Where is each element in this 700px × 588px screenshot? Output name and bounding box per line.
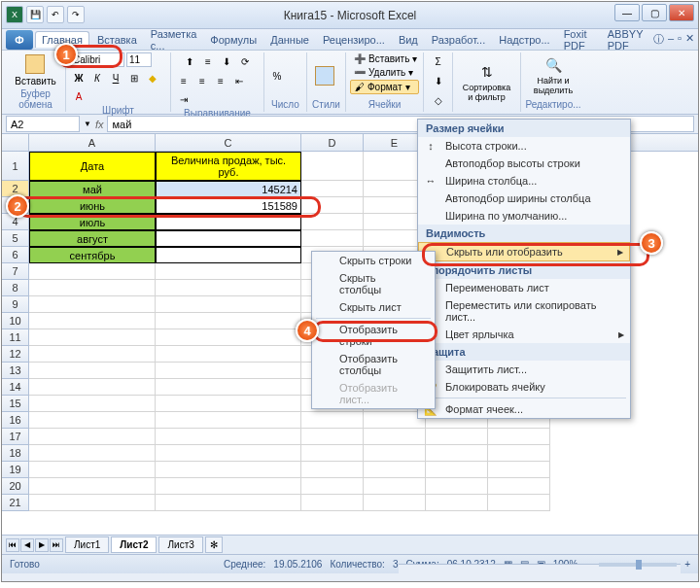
row-header-1[interactable]: 1 bbox=[2, 152, 29, 181]
cell[interactable] bbox=[29, 329, 156, 346]
align-middle-button[interactable]: ≡ bbox=[199, 52, 217, 70]
find-select-button[interactable]: 🔍Найти и выделить bbox=[525, 53, 581, 98]
cell[interactable] bbox=[426, 429, 488, 445]
cell[interactable] bbox=[301, 429, 364, 445]
cell[interactable] bbox=[156, 346, 301, 363]
cell-a1[interactable]: Дата bbox=[29, 152, 156, 181]
sheet-nav-prev[interactable]: ◀ bbox=[20, 538, 34, 552]
tab-layout[interactable]: Разметка с... bbox=[145, 26, 203, 53]
tab-insert[interactable]: Вставка bbox=[91, 32, 143, 48]
row-header[interactable]: 21 bbox=[2, 495, 29, 511]
autosum-button[interactable]: Σ bbox=[430, 52, 447, 70]
row-header[interactable]: 8 bbox=[2, 280, 29, 296]
submenu-show-cols[interactable]: Отобразить столбцы bbox=[312, 350, 435, 379]
cell[interactable] bbox=[301, 181, 364, 197]
tab-formulas[interactable]: Формулы bbox=[204, 32, 262, 48]
border-button[interactable]: ⊞ bbox=[125, 69, 143, 86]
cell-c5[interactable] bbox=[156, 230, 301, 247]
cell[interactable] bbox=[426, 445, 488, 462]
sheet-tab-3[interactable]: Лист3 bbox=[158, 536, 202, 553]
cell[interactable] bbox=[156, 363, 301, 379]
row-header[interactable]: 15 bbox=[2, 396, 29, 412]
font-size-select[interactable]: 11 bbox=[126, 52, 152, 67]
save-icon[interactable]: 💾 bbox=[26, 6, 44, 23]
cell[interactable] bbox=[29, 429, 156, 445]
cell[interactable] bbox=[364, 429, 426, 445]
submenu-hide-rows[interactable]: Скрыть строки bbox=[312, 252, 435, 269]
cell[interactable] bbox=[29, 478, 156, 495]
cell-c4[interactable] bbox=[156, 214, 301, 230]
clear-button[interactable]: ◇ bbox=[430, 91, 447, 109]
tab-foxit[interactable]: Foxit PDF bbox=[558, 26, 600, 53]
file-tab[interactable]: Ф bbox=[6, 30, 33, 50]
cell[interactable] bbox=[156, 462, 301, 478]
select-all-corner[interactable] bbox=[2, 134, 29, 151]
row-header[interactable]: 12 bbox=[2, 346, 29, 363]
cell[interactable] bbox=[426, 462, 488, 478]
menu-format-cells[interactable]: 📐Формат ячеек... bbox=[418, 400, 630, 418]
cell-c6[interactable] bbox=[156, 247, 301, 263]
cell[interactable] bbox=[29, 313, 156, 329]
align-left-button[interactable]: ≡ bbox=[175, 72, 192, 89]
row-header[interactable]: 17 bbox=[2, 429, 29, 445]
cell[interactable] bbox=[156, 396, 301, 412]
cell[interactable] bbox=[156, 280, 301, 296]
cell-c1[interactable]: Величина продаж, тыс. руб. bbox=[156, 152, 301, 181]
font-color-button[interactable]: A bbox=[70, 87, 88, 105]
redo-icon[interactable]: ↷ bbox=[67, 6, 85, 23]
cell[interactable] bbox=[156, 329, 301, 346]
cell[interactable] bbox=[29, 462, 156, 478]
menu-hide-show[interactable]: Скрыть или отобразить▶ bbox=[418, 242, 630, 261]
close-button[interactable]: ✕ bbox=[669, 4, 694, 21]
minimize-button[interactable]: — bbox=[614, 4, 640, 21]
row-header[interactable]: 16 bbox=[2, 412, 29, 429]
insert-cells-button[interactable]: ➕Вставить ▾ bbox=[350, 52, 419, 65]
cell[interactable] bbox=[29, 280, 156, 296]
menu-lock-cell[interactable]: 🔐Блокировать ячейку bbox=[418, 378, 630, 396]
row-header[interactable]: 20 bbox=[2, 478, 29, 495]
cell[interactable] bbox=[426, 478, 488, 495]
delete-cells-button[interactable]: ➖Удалить ▾ bbox=[350, 66, 419, 79]
zoom-slider[interactable] bbox=[599, 563, 677, 567]
namebox-dropdown-icon[interactable]: ▼ bbox=[84, 120, 91, 128]
minimize-ribbon-icon[interactable]: – bbox=[668, 32, 674, 47]
menu-autofit-col[interactable]: Автоподбор ширины столбца bbox=[418, 190, 630, 207]
styles-button[interactable] bbox=[311, 64, 338, 87]
cell[interactable] bbox=[29, 445, 156, 462]
number-format-button[interactable]: % bbox=[268, 67, 286, 85]
italic-button[interactable]: К bbox=[88, 69, 106, 86]
cell[interactable] bbox=[488, 495, 550, 511]
tab-review[interactable]: Рецензиро... bbox=[317, 32, 391, 48]
sheet-nav-first[interactable]: ⏮ bbox=[6, 538, 19, 552]
menu-tab-color[interactable]: Цвет ярлычка▶ bbox=[418, 326, 630, 343]
col-header-c[interactable]: C bbox=[156, 134, 301, 151]
submenu-hide-cols[interactable]: Скрыть столбцы bbox=[312, 269, 435, 298]
row-header[interactable]: 7 bbox=[2, 263, 29, 280]
submenu-hide-sheet[interactable]: Скрыть лист bbox=[312, 298, 435, 316]
cell-a6[interactable]: сентябрь bbox=[29, 247, 156, 263]
fill-color-button[interactable]: ◆ bbox=[144, 69, 161, 86]
menu-row-height[interactable]: ↕Высота строки... bbox=[418, 137, 630, 155]
menu-autofit-row[interactable]: Автоподбор высоты строки bbox=[418, 155, 630, 172]
tab-view[interactable]: Вид bbox=[393, 32, 424, 48]
cell[interactable] bbox=[301, 197, 364, 214]
cell[interactable] bbox=[156, 445, 301, 462]
row-header-6[interactable]: 6 bbox=[2, 247, 29, 263]
cell[interactable] bbox=[29, 396, 156, 412]
align-bottom-button[interactable]: ⬇ bbox=[218, 52, 235, 70]
bold-button[interactable]: Ж bbox=[70, 69, 88, 86]
cell[interactable] bbox=[364, 462, 426, 478]
underline-button[interactable]: Ч bbox=[107, 69, 124, 86]
sort-filter-button[interactable]: ⇅Сортировка и фильтр bbox=[457, 60, 516, 105]
align-right-button[interactable]: ≡ bbox=[212, 72, 229, 89]
cell[interactable] bbox=[29, 296, 156, 313]
sheet-tab-2[interactable]: Лист2 bbox=[111, 536, 157, 553]
cell-a4[interactable]: июль bbox=[29, 214, 156, 230]
cell[interactable] bbox=[301, 478, 364, 495]
cell[interactable] bbox=[29, 346, 156, 363]
restore-icon[interactable]: ▫ bbox=[678, 32, 682, 47]
cell[interactable] bbox=[301, 230, 364, 247]
cell-c2[interactable]: 145214 bbox=[156, 181, 301, 197]
align-top-button[interactable]: ⬆ bbox=[181, 52, 198, 70]
cell[interactable] bbox=[29, 495, 156, 511]
